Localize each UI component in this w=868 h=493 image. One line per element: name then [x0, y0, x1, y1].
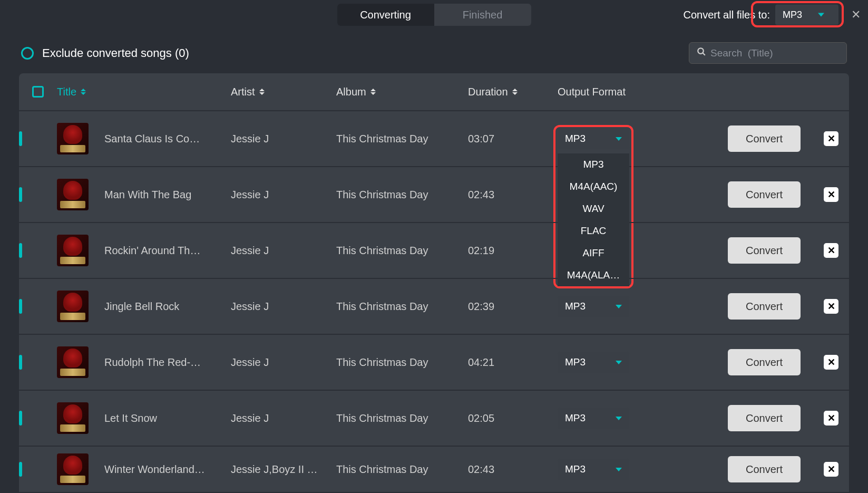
duration-cell: 03:07	[468, 133, 558, 145]
search-input[interactable]	[710, 47, 839, 59]
select-all-checkbox[interactable]	[32, 86, 44, 98]
remove-button[interactable]: ✕	[824, 187, 838, 202]
tab-finished[interactable]: Finished	[434, 4, 531, 26]
artist-cell: Jessie J	[231, 245, 336, 257]
song-title: Man With The Bag	[104, 189, 210, 201]
row-format-select[interactable]: MP3	[558, 128, 629, 149]
remove-button[interactable]: ✕	[824, 411, 838, 426]
caret-down-icon	[818, 13, 824, 17]
format-option[interactable]: AIFF	[558, 242, 629, 264]
column-output-format: Output Format	[558, 86, 726, 98]
album-cover	[57, 179, 89, 210]
artist-cell: Jessie J	[231, 356, 336, 369]
convert-button[interactable]: Convert	[728, 349, 801, 375]
remove-button[interactable]: ✕	[824, 131, 838, 146]
row-checkbox[interactable]	[19, 411, 22, 426]
format-option[interactable]: M4A(ALA…	[558, 264, 629, 286]
caret-down-icon	[616, 305, 622, 308]
album-cell: This Christmas Day	[336, 245, 468, 257]
column-artist-label: Artist	[231, 86, 255, 98]
remove-button[interactable]: ✕	[824, 355, 838, 370]
row-checkbox[interactable]	[19, 187, 22, 202]
format-option[interactable]: M4A(AAC)	[558, 176, 629, 198]
album-cell: This Christmas Day	[336, 301, 468, 313]
convert-button[interactable]: Convert	[728, 237, 801, 264]
song-title: Rudolph The Red-…	[104, 356, 210, 369]
format-option[interactable]: FLAC	[558, 220, 629, 242]
content-area: Exclude converted songs (0) Title Artist	[0, 30, 868, 493]
convert-button[interactable]: Convert	[728, 405, 801, 431]
album-cell: This Christmas Day	[336, 189, 468, 201]
artist-cell: Jessie J	[231, 301, 336, 313]
remove-button[interactable]: ✕	[824, 299, 838, 314]
table-row: Rockin' Around Th…Jessie JThis Christmas…	[19, 223, 849, 279]
album-cover	[57, 123, 89, 154]
duration-cell: 02:39	[468, 301, 558, 313]
search-box[interactable]	[689, 42, 847, 64]
row-checkbox[interactable]	[19, 462, 22, 477]
row-checkbox[interactable]	[19, 243, 22, 258]
song-title: Rockin' Around Th…	[104, 245, 210, 257]
album-cell: This Christmas Day	[336, 463, 468, 476]
song-title: Winter Wonderland…	[104, 463, 210, 476]
row-format-select[interactable]: MP3	[558, 352, 629, 373]
column-duration-label: Duration	[468, 86, 508, 98]
select-all-cell	[19, 86, 57, 98]
album-cover	[57, 402, 89, 434]
remove-button[interactable]: ✕	[824, 462, 838, 477]
table-row: Winter Wonderland…Jessie J,Boyz II …This…	[19, 447, 849, 493]
convert-all-value: MP3	[783, 9, 802, 21]
row-checkbox[interactable]	[19, 355, 22, 370]
caret-down-icon	[616, 417, 622, 420]
app-window: Converting Finished Convert all files to…	[0, 0, 868, 493]
svg-point-0	[698, 48, 704, 54]
svg-line-1	[703, 53, 705, 55]
format-option[interactable]: WAV	[558, 198, 629, 220]
artist-cell: Jessie J,Boyz II …	[231, 463, 336, 476]
column-title[interactable]: Title	[57, 86, 231, 98]
caret-down-icon	[616, 137, 622, 141]
album-cover	[57, 235, 89, 266]
row-format-select[interactable]: MP3	[558, 459, 629, 480]
tab-converting[interactable]: Converting	[337, 4, 434, 26]
sort-icon	[259, 89, 265, 95]
duration-cell: 02:43	[468, 463, 558, 476]
row-format-select[interactable]: MP3	[558, 408, 629, 429]
convert-button[interactable]: Convert	[728, 125, 801, 152]
album-cover	[57, 453, 89, 485]
column-album[interactable]: Album	[336, 86, 468, 98]
row-format-value: MP3	[565, 463, 586, 475]
caret-down-icon	[616, 361, 622, 364]
column-artist[interactable]: Artist	[231, 86, 336, 98]
format-cell: MP3	[558, 408, 726, 429]
close-icon[interactable]: ✕	[851, 8, 861, 22]
duration-cell: 04:21	[468, 356, 558, 369]
table-row: Man With The BagJessie JThis Christmas D…	[19, 167, 849, 223]
convert-button[interactable]: Convert	[728, 181, 801, 208]
row-format-value: MP3	[565, 301, 586, 312]
row-checkbox[interactable]	[19, 131, 22, 146]
table-row: Rudolph The Red-…Jessie JThis Christmas …	[19, 335, 849, 391]
row-checkbox[interactable]	[19, 299, 22, 314]
format-cell: MP3MP3M4A(AAC)WAVFLACAIFFM4A(ALA…	[558, 128, 726, 149]
artist-cell: Jessie J	[231, 189, 336, 201]
row-format-select[interactable]: MP3	[558, 296, 629, 317]
format-cell: MP3	[558, 352, 726, 373]
convert-all-select[interactable]: MP3	[775, 5, 838, 25]
toolbar-row: Exclude converted songs (0)	[19, 42, 849, 64]
exclude-toggle[interactable]: Exclude converted songs (0)	[21, 46, 189, 60]
format-option[interactable]: MP3	[558, 153, 629, 176]
remove-button[interactable]: ✕	[824, 243, 838, 258]
format-cell: MP3	[558, 459, 726, 480]
column-duration[interactable]: Duration	[468, 86, 558, 98]
column-title-label: Title	[57, 86, 76, 98]
row-format-value: MP3	[565, 356, 586, 368]
circle-icon	[21, 47, 34, 60]
album-cover	[57, 291, 89, 322]
album-cell: This Christmas Day	[336, 133, 468, 145]
convert-button[interactable]: Convert	[728, 456, 801, 482]
table-body: Santa Claus Is Co…Jessie JThis Christmas…	[19, 111, 849, 493]
convert-button[interactable]: Convert	[728, 293, 801, 320]
column-album-label: Album	[336, 86, 366, 98]
caret-down-icon	[616, 468, 622, 471]
